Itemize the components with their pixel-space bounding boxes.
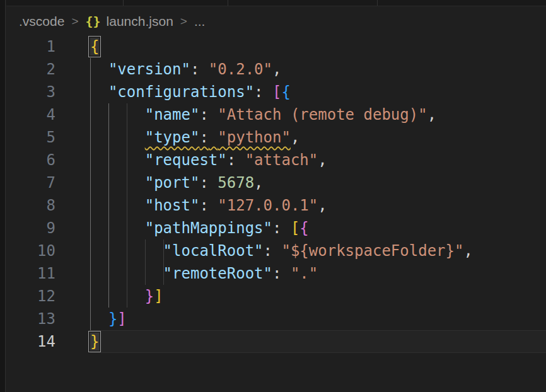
line-number[interactable]: 2 (6, 58, 55, 81)
code-line-9[interactable]: 9 "pathMappings": [{ (6, 217, 546, 239)
line-number[interactable]: 11 (6, 262, 55, 285)
code-token: ] (117, 310, 126, 328)
code-token: , (291, 129, 299, 146)
code-token: "0.2.0" (209, 61, 272, 78)
code-token: "version" (108, 61, 190, 78)
tab-separator (123, 0, 124, 6)
code-token (264, 83, 272, 101)
code-line-7[interactable]: 7 "port": 5678, (6, 171, 546, 194)
code-content: } (90, 330, 546, 353)
line-number[interactable]: 12 (6, 285, 55, 308)
code-line-13[interactable]: 13 }] (6, 308, 546, 330)
code-token: , (318, 151, 327, 169)
breadcrumb-symbol-more[interactable]: ... (194, 14, 206, 29)
breadcrumb: .vscode > {} launch.json > ... (6, 7, 546, 35)
code-token: [ (272, 83, 281, 101)
code-token (90, 83, 108, 101)
code-token: : (254, 83, 263, 101)
code-content: "type": "python", (90, 126, 546, 149)
code-token (272, 242, 281, 260)
code-token (90, 287, 145, 305)
json-file-icon: {} (85, 14, 100, 29)
code-token: 5678 (218, 174, 254, 192)
code-token: : (272, 265, 281, 282)
code-token (90, 174, 145, 192)
breadcrumb-file[interactable]: launch.json (107, 14, 173, 29)
line-number[interactable]: 10 (6, 239, 55, 262)
code-line-4[interactable]: 4 "name": "Attach (remote debug)", (6, 103, 546, 126)
code-token: } (145, 287, 154, 305)
code-token: "pathMappings" (145, 219, 272, 237)
code-line-1[interactable]: 1{ (6, 35, 546, 58)
code-token: "${workspaceFolder}" (281, 242, 463, 260)
code-content: "request": "attach", (90, 149, 546, 171)
code-content: "name": "Attach (remote debug)", (90, 103, 546, 126)
code-line-11[interactable]: 11 "remoteRoot": "." (6, 262, 546, 285)
line-number[interactable]: 6 (6, 149, 55, 171)
code-line-14[interactable]: 14} (6, 330, 546, 353)
code-token: "host" (145, 197, 200, 214)
line-number[interactable]: 7 (6, 171, 55, 194)
tab-separator (377, 0, 378, 6)
code-line-8[interactable]: 8 "host": "127.0.0.1", (6, 194, 546, 217)
line-number[interactable]: 9 (6, 217, 55, 239)
code-token (209, 129, 218, 146)
code-token: { (90, 38, 99, 55)
code-token (199, 61, 208, 78)
code-token: , (463, 242, 472, 260)
code-content: "port": 5678, (90, 171, 546, 194)
code-token (281, 265, 290, 282)
code-token: "type" (145, 129, 200, 146)
code-line-12[interactable]: 12 }] (6, 285, 546, 308)
code-token: { (299, 219, 308, 237)
code-content: "remoteRoot": "." (90, 262, 546, 285)
left-rail (0, 0, 6, 392)
tab-separator (228, 0, 228, 6)
line-number[interactable]: 8 (6, 194, 55, 217)
editor[interactable]: 1{2 "version": "0.2.0",3 "configurations… (6, 35, 546, 392)
line-number[interactable]: 1 (6, 35, 55, 58)
code-token: } (108, 310, 117, 328)
code-content: "version": "0.2.0", (90, 58, 546, 81)
code-token: "localRoot" (163, 242, 264, 260)
code-content: "pathMappings": [{ (90, 217, 546, 239)
code-content: }] (90, 285, 546, 308)
code-token: , (272, 61, 281, 78)
code-token (209, 197, 218, 214)
code-token: "configurations" (108, 83, 254, 101)
code-token: { (281, 83, 290, 101)
line-number[interactable]: 14 (6, 330, 55, 353)
chevron-right-icon: > (179, 14, 189, 28)
line-number[interactable]: 3 (6, 81, 55, 103)
code-token: "attach" (245, 151, 318, 169)
code-token (90, 106, 145, 124)
code-token: : (264, 242, 272, 260)
line-number[interactable]: 13 (6, 308, 55, 330)
code-content: "configurations": [{ (90, 81, 546, 103)
code-token (90, 197, 145, 214)
code-line-5[interactable]: 5 "type": "python", (6, 126, 546, 149)
line-number[interactable]: 4 (6, 103, 55, 126)
code-token: "name" (145, 106, 200, 124)
breadcrumb-folder[interactable]: .vscode (19, 14, 64, 29)
code-line-6[interactable]: 6 "request": "attach", (6, 149, 546, 171)
code-token: : (272, 219, 281, 237)
code-token: [ (291, 219, 299, 237)
code-token: "Attach (remote debug)" (218, 106, 427, 124)
code-content: "localRoot": "${workspaceFolder}", (90, 239, 546, 262)
code-token (90, 265, 163, 282)
tab-bar[interactable] (6, 0, 546, 6)
code-token: "remoteRoot" (163, 265, 272, 282)
code-content: "host": "127.0.0.1", (90, 194, 546, 217)
code-line-2[interactable]: 2 "version": "0.2.0", (6, 58, 546, 81)
code-token (90, 310, 108, 328)
code-token (90, 242, 163, 260)
code-token: "." (291, 265, 318, 282)
line-number[interactable]: 5 (6, 126, 55, 149)
code-token: } (90, 333, 99, 350)
code-token: , (254, 174, 263, 192)
code-line-3[interactable]: 3 "configurations": [{ (6, 81, 546, 103)
code-line-10[interactable]: 10 "localRoot": "${workspaceFolder}", (6, 239, 546, 262)
code-token: : (199, 106, 208, 124)
code-token (90, 129, 145, 146)
